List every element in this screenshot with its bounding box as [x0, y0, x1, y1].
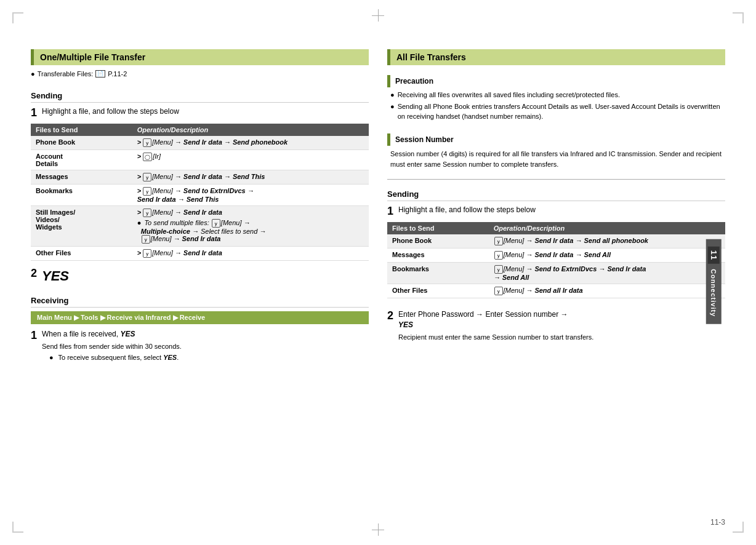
right-step1-content: Highlight a file, and follow the steps b… — [398, 205, 725, 218]
table-row: Other Files >y[Menu] → Send Ir data — [31, 247, 369, 261]
precaution-bullet-1: ● Receiving all files overwrites all sav… — [390, 90, 725, 100]
recv-step1-sub2: ● To receive subsequent files, select YE… — [42, 353, 369, 362]
corner-mark-tr — [733, 12, 744, 23]
right-column: All File Transfers Precaution ● Receivin… — [387, 49, 725, 514]
row-op: >◯[Ir] — [132, 149, 369, 170]
table-row: Phone Book >y[Menu] → Send Ir data → Sen… — [31, 136, 369, 150]
page-container: One/Multiple File Transfer ● Transferabl… — [0, 0, 756, 545]
recv-step1-sub1: Send files from sender side within 30 se… — [42, 342, 369, 351]
table-row: Bookmarks >y[Menu] → Send to ExtrnlDvcs … — [31, 184, 369, 205]
transferable-files-line: ● Transferable Files: 📄 P.11-2 — [31, 70, 369, 78]
precaution-bullet-2: ● Sending all Phone Book entries transfe… — [390, 102, 725, 121]
row-file: Messages — [387, 248, 489, 262]
right-step2-text: Enter Phone Password → Enter Session num… — [398, 309, 725, 330]
left-table: Files to Send Operation/Description Phon… — [31, 124, 369, 261]
divider — [387, 179, 725, 180]
chapter-number: 11 — [707, 247, 719, 264]
row-file: Messages — [31, 170, 132, 184]
left-table-col2: Operation/Description — [132, 124, 369, 136]
right-step2-number: 2 — [387, 309, 393, 342]
row-file: Other Files — [31, 247, 132, 261]
row-op: >y[Menu] → Send to ExtrnlDvcs → Send Ir … — [132, 184, 369, 205]
transferable-ref: P.11-2 — [108, 70, 127, 78]
left-table-col1: Files to Send — [31, 124, 132, 136]
row-op: y[Menu] → Send all Ir data — [489, 284, 725, 298]
left-step2-number: 2 — [31, 267, 37, 286]
left-column: One/Multiple File Transfer ● Transferabl… — [31, 49, 369, 514]
table-row: Still Images/Videos/Widgets >y[Menu] → S… — [31, 205, 369, 246]
left-receiving-heading: Receiving — [31, 296, 369, 308]
corner-mark-br — [733, 522, 744, 533]
left-recv-step1-number: 1 — [31, 329, 37, 363]
precaution-header: Precaution — [387, 75, 725, 87]
row-file: AccountDetails — [31, 149, 132, 170]
main-content: One/Multiple File Transfer ● Transferabl… — [0, 0, 756, 545]
right-step1-number: 1 — [387, 205, 393, 218]
table-row: Messages y[Menu] → Send Ir data → Send A… — [387, 248, 725, 262]
left-sending-heading: Sending — [31, 91, 369, 103]
row-file: Phone Book — [31, 136, 132, 150]
bullet-dot-1: ● — [390, 90, 395, 100]
row-op: y[Menu] → Send to ExtrnlDvcs → Send Ir d… — [489, 262, 725, 284]
page-icon: 📄 — [95, 70, 105, 78]
row-file: Bookmarks — [31, 184, 132, 205]
left-step2-yes: YES — [42, 268, 69, 284]
crosshair-bottom — [372, 523, 384, 536]
left-sending-label: Sending — [31, 91, 62, 100]
right-step1-text: Highlight a file, and follow the steps b… — [398, 205, 536, 214]
left-section-title: One/Multiple File Transfer — [40, 52, 145, 62]
row-op: y[Menu] → Send Ir data → Send All — [489, 248, 725, 262]
table-row: Messages >y[Menu] → Send Ir data → Send … — [31, 170, 369, 184]
left-step2: 2 YES — [31, 267, 369, 286]
session-number-header: Session Number — [387, 133, 725, 146]
yes-subsequent: YES — [163, 354, 177, 361]
corner-mark-tl — [12, 12, 23, 23]
corner-mark-bl — [12, 522, 23, 533]
row-op: >y[Menu] → Send Ir data ● To send multip… — [132, 205, 369, 246]
precaution-text-2: Sending all Phone Book entries transfers… — [398, 102, 725, 121]
right-step2-sub: Recipient must enter the same Session nu… — [398, 333, 725, 342]
nav-breadcrumb: Main Menu ▶ Tools ▶ Receive via Infrared… — [31, 311, 369, 324]
right-table-col1: Files to Send — [387, 222, 489, 234]
row-file: Bookmarks — [387, 262, 489, 284]
row-op: >y[Menu] → Send Ir data → Send This — [132, 170, 369, 184]
sub-bullet-dot: ● — [49, 353, 54, 362]
left-step1-text: Highlight a file, and follow the steps b… — [42, 107, 179, 116]
right-section-header: All File Transfers — [387, 49, 725, 65]
precaution-text-1: Receiving all files overwrites all saved… — [398, 90, 620, 100]
row-file: Other Files — [387, 284, 489, 298]
row-file: Phone Book — [387, 234, 489, 249]
yes-inline: YES — [120, 330, 135, 338]
connectivity-tab: 11 Connectivity — [706, 239, 721, 324]
row-file: Still Images/Videos/Widgets — [31, 205, 132, 246]
left-section-header: One/Multiple File Transfer — [31, 49, 369, 65]
right-sending-heading: Sending — [387, 189, 725, 201]
right-step2-yes: YES — [398, 320, 413, 329]
nav-breadcrumb-text: Main Menu ▶ Tools ▶ Receive via Infrared… — [37, 314, 205, 322]
session-number-text: Session number (4 digits) is required fo… — [387, 149, 725, 169]
row-op: y[Menu] → Send Ir data → Send all phoneb… — [489, 234, 725, 249]
table-row: Phone Book y[Menu] → Send Ir data → Send… — [387, 234, 725, 249]
table-row: Bookmarks y[Menu] → Send to ExtrnlDvcs →… — [387, 262, 725, 284]
transferable-label: Transferable Files: — [38, 70, 94, 78]
right-step2: 2 Enter Phone Password → Enter Session n… — [387, 309, 725, 342]
table-row: Other Files y[Menu] → Send all Ir data — [387, 284, 725, 298]
right-table: Files to Send Operation/Description Phon… — [387, 222, 725, 298]
recv-step1-text: When a file is received, YES — [42, 329, 369, 340]
left-receiving-label: Receiving — [31, 296, 68, 305]
connectivity-label: Connectivity — [710, 269, 717, 317]
left-step1-number: 1 — [31, 106, 37, 120]
precaution-content: ● Receiving all files overwrites all sav… — [387, 90, 725, 124]
left-step2-content: YES — [42, 267, 369, 286]
precaution-label: Precaution — [395, 77, 433, 86]
session-number-label: Session Number — [395, 135, 454, 144]
row-op: >y[Menu] → Send Ir data → Send phonebook — [132, 136, 369, 150]
row-op: >y[Menu] → Send Ir data — [132, 247, 369, 261]
right-table-col2: Operation/Description — [489, 222, 725, 234]
right-sending-label: Sending — [387, 189, 419, 199]
page-number: 11-3 — [710, 518, 725, 527]
right-step1: 1 Highlight a file, and follow the steps… — [387, 205, 725, 218]
table-row: AccountDetails >◯[Ir] — [31, 149, 369, 170]
bullet-dot: ● — [31, 70, 35, 78]
left-recv-step1: 1 When a file is received, YES Send file… — [31, 329, 369, 363]
